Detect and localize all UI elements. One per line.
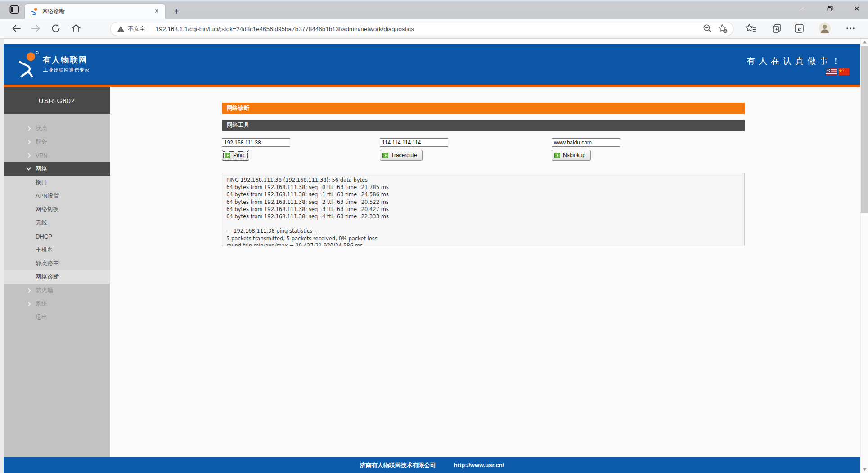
page-title: 网络诊断 bbox=[222, 103, 745, 114]
ie-mode-button[interactable]: e bbox=[792, 21, 807, 36]
ie-mode-icon: e bbox=[793, 23, 805, 34]
sidebar-item-services[interactable]: 服务 bbox=[4, 135, 110, 149]
sidebar-item-status[interactable]: 状态 bbox=[4, 122, 110, 135]
forward-arrow-icon bbox=[30, 23, 42, 34]
page-scrollbar[interactable] bbox=[860, 39, 868, 473]
address-separator bbox=[150, 25, 150, 32]
favorites-button[interactable] bbox=[743, 21, 758, 36]
home-button[interactable] bbox=[68, 21, 84, 36]
sidebar-item-label: 退出 bbox=[36, 313, 47, 321]
header-slogan: 有人在认真做事！ bbox=[747, 55, 844, 67]
sidebar-item-label: APN设置 bbox=[36, 192, 59, 200]
back-button[interactable] bbox=[9, 21, 24, 36]
brand-title: 有人物联网 bbox=[43, 54, 88, 65]
run-icon bbox=[225, 153, 230, 158]
sidebar-item-label: 静态路由 bbox=[36, 259, 59, 267]
sidebar-item-label: 网络诊断 bbox=[36, 273, 59, 281]
scroll-down-icon bbox=[861, 466, 868, 473]
minimize-icon: ─ bbox=[801, 5, 805, 13]
close-button[interactable]: × bbox=[846, 0, 868, 17]
ping-output: PING 192.168.111.38 (192.168.111.38): 56… bbox=[226, 176, 740, 246]
new-tab-button[interactable]: + bbox=[170, 5, 183, 17]
sidebar-item-diagnostics[interactable]: 网络诊断 bbox=[4, 270, 110, 284]
settings-menu-button[interactable] bbox=[843, 21, 858, 36]
zoom-out-button[interactable] bbox=[702, 23, 713, 35]
chevron-right-icon bbox=[27, 126, 31, 131]
sidebar-menu: 状态 服务 VPN 网络 bbox=[4, 114, 110, 324]
chevron-right-icon bbox=[27, 302, 31, 306]
run-icon bbox=[554, 153, 560, 158]
chevron-right-icon bbox=[27, 153, 31, 158]
warning-icon bbox=[117, 25, 125, 32]
sidebar-item-firewall[interactable]: 防火墙 bbox=[4, 284, 110, 297]
sidebar-item-apn-settings[interactable]: APN设置 bbox=[4, 189, 110, 203]
nslookup-button-label: Nslookup bbox=[563, 152, 585, 158]
scroll-down-button[interactable] bbox=[861, 466, 868, 473]
ping-button[interactable]: Ping bbox=[222, 150, 249, 161]
footer-company: 济南有人物联网技术有限公司 bbox=[360, 461, 436, 469]
sidebar-item-dhcp[interactable]: DHCP bbox=[4, 230, 110, 243]
tab-actions-button[interactable] bbox=[8, 4, 21, 16]
main-area: 网络诊断 网络工具 Ping bbox=[110, 87, 860, 457]
minimize-button[interactable]: ─ bbox=[792, 0, 814, 17]
restore-button[interactable] bbox=[819, 0, 841, 17]
tab-bar: 网络诊断 × + ─ × bbox=[0, 0, 868, 19]
sidebar-item-label: DHCP bbox=[36, 233, 52, 240]
sidebar-item-static-routes[interactable]: 静态路由 bbox=[4, 257, 110, 270]
us-flag-icon[interactable] bbox=[826, 68, 837, 75]
refresh-button[interactable] bbox=[48, 21, 63, 36]
security-warning-label[interactable]: 不安全 bbox=[128, 25, 145, 33]
sidebar-item-vpn[interactable]: VPN bbox=[4, 149, 110, 162]
url-text[interactable]: 192.168.1.1/cgi-bin/luci/;stok=24d8c1e46… bbox=[156, 26, 698, 32]
favorites-icon bbox=[745, 23, 756, 34]
sidebar-item-logout[interactable]: 退出 bbox=[4, 311, 110, 324]
nslookup-button[interactable]: Nslookup bbox=[552, 150, 591, 161]
site-favicon bbox=[31, 8, 38, 15]
tab-title: 网络诊断 bbox=[42, 8, 153, 15]
sidebar-item-network-switch[interactable]: 网络切换 bbox=[4, 203, 110, 216]
forward-button[interactable] bbox=[28, 21, 44, 36]
traceroute-button[interactable]: Traceroute bbox=[380, 150, 423, 161]
ping-host-input[interactable] bbox=[222, 138, 290, 147]
footer-website-link[interactable]: http://www.usr.cn/ bbox=[454, 462, 504, 468]
page-content: R 有人物联网 工业物联网通信专家 有人在认真做事！ bbox=[0, 39, 868, 473]
sidebar-item-wireless[interactable]: 无线 bbox=[4, 216, 110, 230]
tab-close-icon[interactable]: × bbox=[153, 8, 161, 15]
cn-flag-icon[interactable] bbox=[838, 68, 849, 75]
address-bar[interactable]: 不安全 192.168.1.1/cgi-bin/luci/;stok=24d8c… bbox=[110, 22, 733, 36]
site-header: R 有人物联网 工业物联网通信专家 有人在认真做事！ bbox=[4, 44, 860, 85]
collections-button[interactable] bbox=[769, 21, 784, 36]
zoom-out-icon bbox=[702, 23, 712, 33]
svg-text:R: R bbox=[36, 52, 38, 54]
ping-tool: Ping bbox=[222, 138, 290, 161]
scroll-up-button[interactable] bbox=[861, 39, 868, 46]
usr-logo: R bbox=[17, 50, 40, 78]
sidebar: USR-G802 状态 服务 VPN bbox=[4, 87, 110, 457]
sidebar-item-interfaces[interactable]: 接口 bbox=[4, 176, 110, 189]
sidebar-item-label: VPN bbox=[36, 152, 48, 159]
traceroute-host-input[interactable] bbox=[380, 138, 448, 147]
network-tools: Ping Traceroute bbox=[222, 138, 745, 161]
active-tab[interactable]: 网络诊断 × bbox=[25, 4, 165, 19]
profile-button[interactable] bbox=[817, 21, 832, 36]
sidebar-item-label: 服务 bbox=[36, 138, 47, 146]
nslookup-host-input[interactable] bbox=[552, 138, 620, 147]
sidebar-item-hostname[interactable]: 主机名 bbox=[4, 243, 110, 257]
window-controls: ─ × bbox=[787, 0, 868, 17]
section-title: 网络工具 bbox=[222, 120, 745, 131]
ellipsis-icon bbox=[845, 23, 856, 34]
page-left-margin bbox=[0, 39, 4, 473]
sidebar-item-label: 防火墙 bbox=[36, 286, 53, 294]
restore-icon bbox=[827, 6, 833, 12]
scroll-up-icon bbox=[861, 39, 868, 46]
chevron-right-icon bbox=[27, 288, 31, 293]
run-icon bbox=[382, 153, 388, 158]
sidebar-item-network[interactable]: 网络 bbox=[4, 162, 110, 176]
scrollbar-thumb[interactable] bbox=[861, 46, 868, 213]
device-name: USR-G802 bbox=[4, 87, 110, 114]
add-favorite-button[interactable] bbox=[717, 23, 729, 35]
favorite-star-icon bbox=[718, 23, 728, 33]
home-icon bbox=[70, 23, 82, 34]
sidebar-item-system[interactable]: 系统 bbox=[4, 297, 110, 311]
chevron-down-icon bbox=[27, 166, 31, 171]
